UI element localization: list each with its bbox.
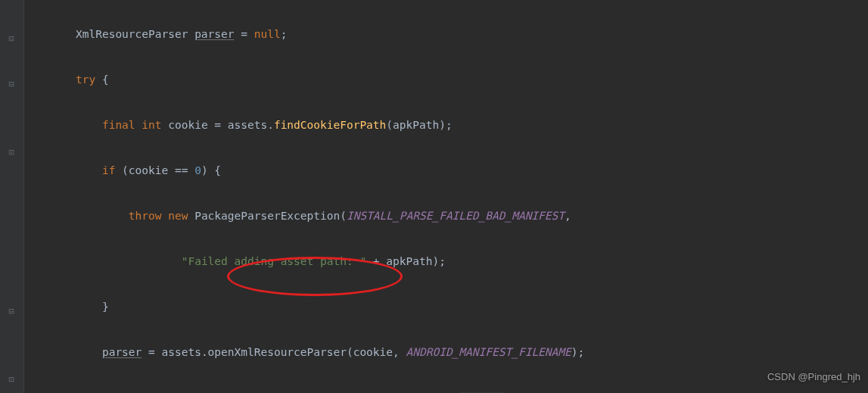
- code-editor[interactable]: XmlResourceParser parser = null; try { f…: [24, 0, 868, 393]
- code-line[interactable]: }: [76, 295, 868, 318]
- code-line[interactable]: throw new PackageParserException(INSTALL…: [76, 204, 868, 227]
- code-line[interactable]: if (cookie == 0) {: [76, 159, 868, 182]
- fold-icon[interactable]: ⊟: [6, 73, 17, 95]
- code-line[interactable]: XmlResourceParser parser = null;: [76, 23, 868, 45]
- code-line[interactable]: try {: [76, 68, 868, 91]
- fold-end-icon[interactable]: ⊡: [6, 141, 17, 164]
- fold-icon[interactable]: ⊟: [6, 27, 17, 50]
- code-line[interactable]: final Resources res = new Resources(asse…: [76, 386, 868, 393]
- code-line[interactable]: "Failed adding asset path: " + apkPath);: [76, 250, 868, 273]
- code-line[interactable]: final int cookie = assets.findCookieForP…: [76, 114, 868, 136]
- editor-gutter: ⊟ ⊟ ⊡ ⊟ ⊡: [0, 0, 24, 393]
- fold-icon[interactable]: ⊟: [6, 300, 17, 323]
- watermark: CSDN @Pingred_hjh: [767, 366, 860, 388]
- code-line[interactable]: parser = assets.openXmlResourceParser(co…: [76, 341, 868, 363]
- fold-end-icon[interactable]: ⊡: [6, 368, 17, 391]
